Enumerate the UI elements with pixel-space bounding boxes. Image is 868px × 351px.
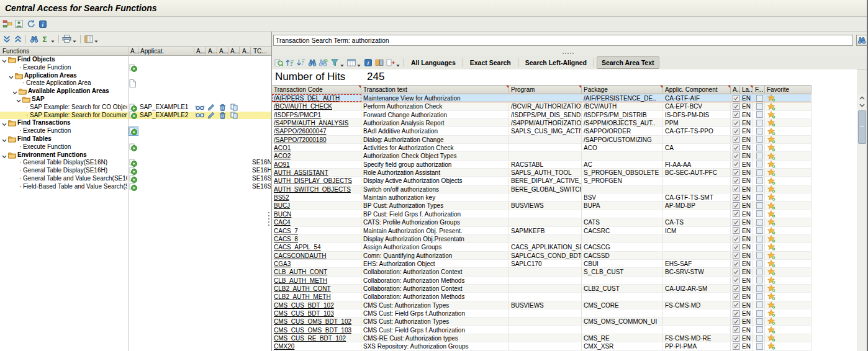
tree-row[interactable]: ·Execute Function [0,127,271,135]
tree-row[interactable]: ·Field-Based Table and Value Search(SE16… [0,183,271,191]
table-row[interactable]: /S4PPM/AUTH_ANALYSISAuthorization Analys… [272,119,811,127]
check-off-icon[interactable] [754,102,764,110]
col-a2[interactable]: A... [196,48,206,55]
collapse-all-icon[interactable] [1,33,12,44]
table-settings-icon[interactable] [83,33,94,44]
transaction-code-link[interactable]: BS52 [274,194,289,201]
tree-row[interactable]: ·General Table Display(SE16N)SE16N [0,159,271,167]
favorite-cell[interactable] [765,342,811,350]
table-row[interactable]: /SAPPO/26000047BAdI Additive Authorizati… [272,127,811,135]
execute-function-icon[interactable] [129,183,138,191]
transaction-code-cell[interactable]: BUCJ [272,202,361,209]
favorite-cell[interactable] [765,94,811,102]
favorite-cell[interactable] [765,334,811,342]
filter-icon[interactable] [329,58,340,68]
tree-row[interactable]: ·Execute Function [0,143,271,151]
print-icon[interactable] [61,33,72,44]
delete-icon[interactable] [219,112,229,120]
table-row[interactable]: CMS_CUS_BDT_103CMS Cust: Field Grps f.Au… [272,309,811,318]
favorite-cell[interactable] [765,268,811,275]
transaction-code-link[interactable]: CLB_AUTH_METH [274,277,327,284]
column-header-la-[interactable]: La... [740,85,753,94]
flag-checkbox-cell[interactable] [753,235,765,242]
star-add-icon[interactable] [766,334,777,342]
star-add-icon[interactable] [766,111,777,118]
star-add-icon[interactable] [766,127,777,135]
favorite-cell[interactable] [765,202,811,209]
star-add-icon[interactable] [766,144,777,151]
toggle-exact-search[interactable]: Exact Search [466,57,515,68]
check-off-icon[interactable] [754,285,764,292]
delete-icon[interactable] [219,104,229,112]
flag-checkbox-cell[interactable] [753,193,765,201]
find-icon[interactable] [29,33,39,44]
favorite-cell[interactable] [765,127,811,135]
favorite-cell[interactable] [765,285,811,292]
transaction-code-link[interactable]: AUTH_ASSISTANT [274,169,328,176]
tree-row[interactable]: Application Areas [0,72,271,80]
scroll-down-button[interactable] [857,102,866,109]
expander-chevron-down-icon[interactable] [2,58,7,64]
tree-row[interactable]: ·General Table Display(SE16H)SE16H [0,167,271,175]
tree-row[interactable]: ·Execute Function [0,64,271,72]
flag-checkbox-cell[interactable] [753,301,765,309]
table-row[interactable]: CACS_7Maintain Authorization Obj. Presen… [272,227,811,235]
favorite-cell[interactable] [765,193,811,201]
transaction-code-link[interactable]: CMS_CUS_BDT_102 [274,302,334,309]
star-add-icon[interactable] [766,94,777,102]
copy-icon[interactable] [230,104,240,112]
check-off-icon[interactable] [754,111,764,118]
transaction-code-link[interactable]: AO91 [274,161,290,168]
transaction-code-cell[interactable]: AO91 [272,161,361,168]
favorite-cell[interactable] [765,185,811,193]
transaction-code-cell[interactable]: CACSCONDAUTH [272,252,361,259]
star-add-icon[interactable] [766,318,777,325]
table-row[interactable]: AUTH_SWITCH_OBJECTSSwitch on/off authori… [272,185,811,193]
expander-chevron-down-icon[interactable] [2,137,7,143]
check-off-icon[interactable] [754,227,764,234]
col-functions[interactable]: Functions [2,48,29,55]
transaction-code-link[interactable]: AUTH_SWITCH_OBJECTS [274,186,351,193]
transaction-code-link[interactable]: AUTH_DISPLAY_OBJECTS [274,177,352,184]
transaction-code-link[interactable]: CLB2_AUTH_METH [274,293,331,300]
transaction-code-cell[interactable]: BS52 [272,193,361,201]
flag-checkbox-cell[interactable] [753,127,765,135]
check-off-icon[interactable] [754,218,764,226]
flag-checkbox-cell[interactable] [753,342,765,350]
transaction-code-link[interactable]: ACO2 [274,153,291,159]
display-icon[interactable] [196,112,206,120]
tree-folder-label[interactable]: Available Application Areas [28,87,109,96]
tree-row[interactable]: ·Create Application Area [0,79,271,87]
check-off-icon[interactable] [754,301,764,309]
tree-row[interactable]: ·SAP Example: Search for Document NSAP_E… [0,112,271,120]
user-icon[interactable] [14,19,24,29]
export-icon[interactable] [385,58,396,68]
favorite-cell[interactable] [765,177,811,184]
favorite-cell[interactable] [765,277,811,284]
tree-row[interactable]: ·General Table and Value Search(SE16S)SE… [0,175,271,183]
transaction-code-link[interactable]: /AIF/PERS_DEL_AUTH [274,95,340,102]
info-icon[interactable]: i [37,19,48,29]
flag-checkbox-cell[interactable] [753,169,765,176]
transaction-code-cell[interactable]: CACS_7 [272,227,361,234]
check-off-icon[interactable] [754,185,764,193]
toggle-search-left-aligned[interactable]: Search Left-Aligned [521,57,591,68]
transaction-code-cell[interactable]: /BCV/AUTH_CHECK [272,102,361,110]
check-off-icon[interactable] [754,210,764,218]
favorite-cell[interactable] [765,318,811,325]
column-header-a-[interactable]: A... [731,85,740,94]
tree-row[interactable]: SAP [0,96,271,104]
tree-row[interactable]: Find Transactions [0,119,271,127]
star-add-icon[interactable] [766,301,777,309]
star-add-icon[interactable] [766,193,777,201]
star-add-icon[interactable] [766,177,777,184]
sort-descending-icon[interactable] [296,58,306,68]
transaction-code-link[interactable]: /SAPPO/72000180 [274,136,327,143]
check-off-icon[interactable] [754,252,764,259]
star-add-icon[interactable] [766,218,777,226]
tree-folder-label[interactable]: Find Objects [17,56,55,64]
favorite-cell[interactable] [765,210,811,218]
flag-checkbox-cell[interactable] [753,102,765,110]
dropdown-caret-icon[interactable] [73,33,78,44]
execute-function-icon[interactable] [129,167,138,175]
